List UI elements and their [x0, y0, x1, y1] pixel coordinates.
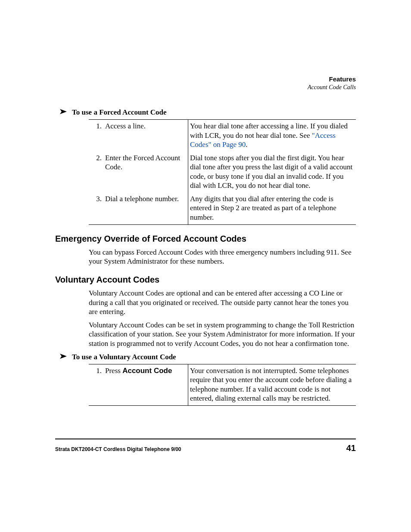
- step-number: 3.: [89, 193, 103, 224]
- step-result: Any digits that you dial after entering …: [188, 193, 356, 224]
- page-footer: Strata DKT2004-CT Cordless Digital Telep…: [55, 439, 356, 454]
- arrow-right-icon: [60, 353, 67, 361]
- section-heading-voluntary: Voluntary Account Codes: [55, 274, 356, 285]
- page: Features Account Code Calls To use a For…: [0, 0, 411, 532]
- header-subtitle: Account Code Calls: [308, 84, 356, 91]
- table-row: 3. Dial a telephone number. Any digits t…: [89, 193, 356, 224]
- procedure-title-2: To use a Voluntary Account Code: [55, 352, 356, 361]
- step-result: Dial tone stops after you dial the first…: [188, 152, 356, 193]
- arrow-right-icon: [60, 109, 67, 116]
- table-row: 1. Access a line. You hear dial tone aft…: [89, 120, 356, 152]
- table-row: 2. Enter the Forced Account Code. Dial t…: [89, 152, 356, 193]
- procedure-title-text: To use a Voluntary Account Code: [72, 352, 176, 361]
- table-row: 1. Press Account Code Your conversation …: [89, 364, 356, 406]
- body-paragraph: Voluntary Account Codes can be set in sy…: [89, 320, 356, 348]
- content: To use a Forced Account Code 1. Access a…: [55, 77, 356, 406]
- procedure-title-text: To use a Forced Account Code: [72, 108, 167, 117]
- step-result: You hear dial tone after accessing a lin…: [188, 120, 356, 152]
- step-number: 1.: [89, 120, 103, 152]
- step-number: 1.: [89, 364, 103, 406]
- header-title: Features: [308, 75, 356, 84]
- svg-marker-1: [60, 354, 67, 359]
- running-header: Features Account Code Calls: [308, 75, 356, 91]
- step-action: Press Account Code: [103, 364, 188, 406]
- section-heading-emergency: Emergency Override of Forced Account Cod…: [55, 233, 356, 244]
- body-paragraph: Voluntary Account Codes are optional and…: [89, 289, 356, 316]
- step-action: Access a line.: [103, 120, 188, 152]
- step-action: Enter the Forced Account Code.: [103, 152, 188, 193]
- procedure-title-1: To use a Forced Account Code: [55, 108, 356, 117]
- step-number: 2.: [89, 152, 103, 193]
- button-label: Account Code: [122, 367, 172, 375]
- body-paragraph: You can bypass Forced Account Codes with…: [89, 248, 356, 266]
- step-action: Dial a telephone number.: [103, 193, 188, 224]
- svg-marker-0: [60, 109, 67, 114]
- steps-table-2: 1. Press Account Code Your conversation …: [89, 364, 356, 406]
- page-number: 41: [346, 443, 356, 454]
- step-result: Your conversation is not interrupted. So…: [188, 364, 356, 406]
- steps-table-1: 1. Access a line. You hear dial tone aft…: [89, 119, 356, 225]
- footer-doc-title: Strata DKT2004-CT Cordless Digital Telep…: [55, 446, 181, 453]
